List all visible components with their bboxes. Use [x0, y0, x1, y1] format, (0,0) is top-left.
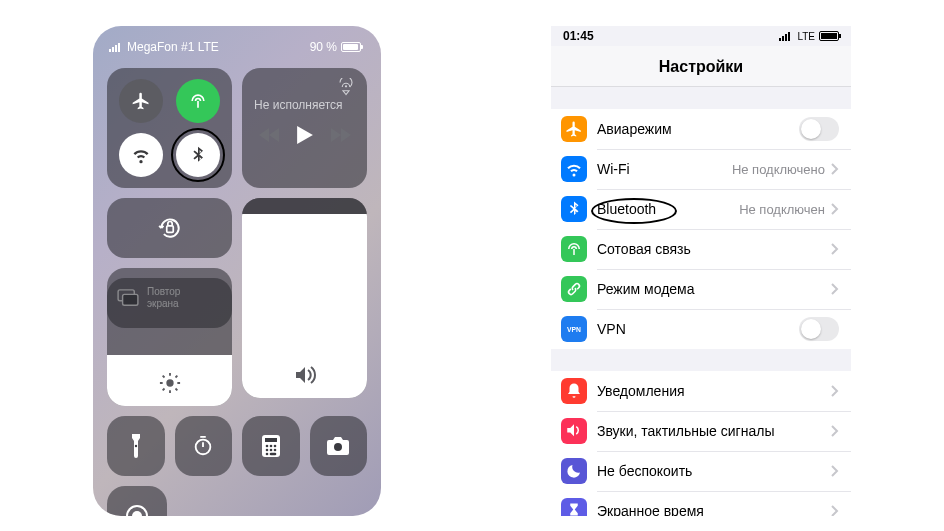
svg-line-13: [162, 376, 164, 378]
flashlight-icon: [129, 434, 143, 458]
play-button[interactable]: [297, 126, 313, 144]
signal-icon: [779, 31, 793, 41]
wifi-toggle[interactable]: [119, 133, 163, 177]
vpn-icon: VPN: [561, 316, 587, 342]
signal-icon: [109, 42, 123, 52]
chevron-right-icon: [831, 385, 839, 397]
orientation-lock-toggle[interactable]: [107, 198, 232, 258]
svg-point-23: [265, 445, 268, 448]
svg-line-16: [175, 376, 177, 378]
svg-line-15: [162, 389, 164, 391]
toggle-switch[interactable]: [799, 317, 839, 341]
now-playing-tile[interactable]: Не исполняется: [242, 68, 367, 188]
svg-point-29: [265, 453, 268, 456]
settings-row-bluetooth[interactable]: BluetoothНе подключен: [551, 189, 851, 229]
row-value: Не подключен: [739, 202, 825, 217]
cellular-data-toggle[interactable]: [176, 79, 220, 123]
camera-icon: [326, 437, 350, 455]
airplane-icon: [561, 116, 587, 142]
antenna-icon: [188, 91, 208, 111]
timer-icon: [192, 435, 214, 457]
hourglass-icon: [561, 498, 587, 516]
bluetooth-toggle[interactable]: [176, 133, 220, 177]
settings-row-bell[interactable]: Уведомления: [551, 371, 851, 411]
row-label: Режим модема: [597, 281, 831, 297]
chevron-right-icon: [831, 203, 839, 215]
settings-phone: 01:45 LTE Настройки АвиарежимWi-FiНе под…: [551, 26, 851, 516]
svg-rect-22: [265, 438, 277, 442]
row-label: Не беспокоить: [597, 463, 831, 479]
svg-rect-35: [782, 36, 784, 41]
antenna-icon: [561, 236, 587, 262]
settings-row-antenna[interactable]: Сотовая связь: [551, 229, 851, 269]
brightness-slider[interactable]: [107, 278, 232, 406]
next-track-button[interactable]: [331, 128, 351, 142]
toggle-switch[interactable]: [799, 117, 839, 141]
svg-rect-5: [166, 226, 173, 233]
bluetooth-icon: [188, 145, 208, 165]
screen-record-button[interactable]: [107, 486, 167, 516]
svg-point-33: [132, 511, 142, 516]
row-label: Авиарежим: [597, 121, 799, 137]
svg-rect-0: [109, 49, 111, 52]
svg-point-26: [265, 449, 268, 452]
control-center-phone: MegaFon #1 LTE 90 %: [93, 26, 381, 516]
row-label: Уведомления: [597, 383, 831, 399]
sun-icon: [107, 372, 232, 394]
chevron-right-icon: [831, 243, 839, 255]
chevron-right-icon: [831, 425, 839, 437]
link-icon: [561, 276, 587, 302]
settings-group-connectivity: АвиарежимWi-FiНе подключеноBluetoothНе п…: [551, 109, 851, 349]
camera-button[interactable]: [310, 416, 368, 476]
settings-group-notifications: УведомленияЗвуки, тактильные сигналыНе б…: [551, 371, 851, 516]
bluetooth-icon: [561, 196, 587, 222]
chevron-right-icon: [831, 163, 839, 175]
status-bar: MegaFon #1 LTE 90 %: [107, 26, 367, 68]
settings-row-speaker[interactable]: Звуки, тактильные сигналы: [551, 411, 851, 451]
chevron-right-icon: [831, 283, 839, 295]
airplay-icon[interactable]: [337, 78, 355, 96]
svg-point-28: [273, 449, 276, 452]
svg-line-14: [175, 389, 177, 391]
rotation-lock-icon: [157, 215, 183, 241]
svg-point-27: [269, 449, 272, 452]
row-label: VPN: [597, 321, 799, 337]
status-bar: 01:45 LTE: [551, 26, 851, 46]
time-label: 01:45: [563, 29, 594, 43]
row-label: Сотовая связь: [597, 241, 831, 257]
svg-point-24: [269, 445, 272, 448]
flashlight-button[interactable]: [107, 416, 165, 476]
settings-row-hourglass[interactable]: Экранное время: [551, 491, 851, 516]
record-icon: [125, 504, 149, 516]
svg-point-4: [345, 85, 347, 87]
airplane-mode-toggle[interactable]: [119, 79, 163, 123]
svg-point-18: [196, 440, 211, 455]
svg-rect-37: [788, 32, 790, 41]
settings-row-airplane[interactable]: Авиарежим: [551, 109, 851, 149]
chevron-right-icon: [831, 505, 839, 516]
settings-row-vpn[interactable]: VPNVPN: [551, 309, 851, 349]
battery-pct-label: 90 %: [310, 40, 337, 54]
now-playing-label: Не исполняется: [254, 98, 355, 112]
settings-row-moon[interactable]: Не беспокоить: [551, 451, 851, 491]
timer-button[interactable]: [175, 416, 233, 476]
svg-rect-34: [779, 38, 781, 41]
settings-row-wifi[interactable]: Wi-FiНе подключено: [551, 149, 851, 189]
airplane-icon: [131, 91, 151, 111]
settings-row-link[interactable]: Режим модема: [551, 269, 851, 309]
svg-point-31: [334, 443, 342, 451]
row-label: Звуки, тактильные сигналы: [597, 423, 831, 439]
row-label: Bluetooth: [597, 201, 739, 217]
net-label: LTE: [797, 31, 815, 42]
calculator-button[interactable]: [242, 416, 300, 476]
svg-rect-2: [115, 45, 117, 52]
svg-rect-1: [112, 47, 114, 52]
volume-slider[interactable]: [242, 198, 367, 398]
svg-rect-30: [269, 453, 276, 456]
connectivity-tile[interactable]: [107, 68, 232, 188]
bell-icon: [561, 378, 587, 404]
prev-track-button[interactable]: [259, 128, 279, 142]
svg-point-17: [135, 445, 137, 447]
svg-rect-36: [785, 34, 787, 41]
svg-point-25: [273, 445, 276, 448]
